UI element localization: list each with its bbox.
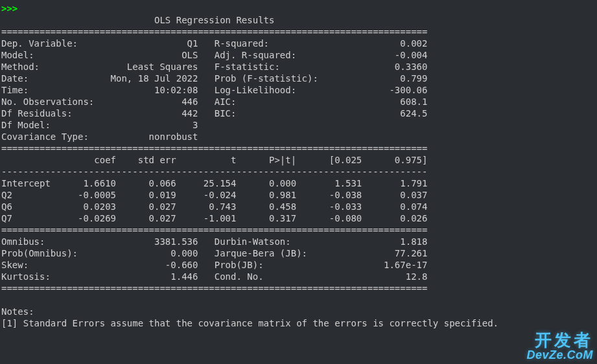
prompt-dots: >>>: [1, 3, 18, 14]
sep-2: ========================================…: [1, 143, 427, 154]
notes-label: Notes:: [1, 306, 34, 317]
notes-1: [1] Standard Errors assume that the cova…: [1, 318, 498, 328]
sep-1: ========================================…: [1, 27, 427, 37]
bottom-block: Omnibus: 3381.536 Durbin-Watson: 1.818 P…: [1, 236, 427, 282]
title-line: OLS Regression Results: [1, 15, 274, 25]
sep-4: ========================================…: [1, 283, 427, 293]
top-block: Dep. Variable: Q1 R-squared: 0.002 Model…: [1, 38, 427, 142]
sep-dash: ----------------------------------------…: [1, 166, 427, 177]
watermark-cn: 开发者: [526, 332, 593, 349]
watermark: 开发者 DevZe.CoM: [526, 332, 593, 361]
watermark-en: DevZe.CoM: [526, 349, 593, 361]
coef-header: coef std err t P>|t| [0.025 0.975]: [1, 155, 427, 165]
ols-output: >>> OLS Regression Results =============…: [0, 0, 597, 329]
sep-3: ========================================…: [1, 225, 427, 235]
coef-block: Intercept 1.6610 0.066 25.154 0.000 1.53…: [1, 178, 427, 223]
